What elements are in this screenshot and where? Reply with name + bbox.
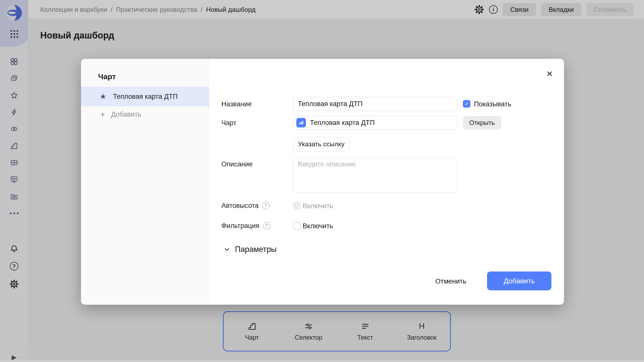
add-button[interactable]: Добавить bbox=[487, 272, 551, 290]
parameters-section-toggle[interactable]: Параметры bbox=[223, 245, 276, 254]
autoheight-label: Автовысота ? bbox=[221, 202, 270, 209]
specify-link-button[interactable]: Указать ссылку bbox=[293, 137, 349, 151]
name-input[interactable] bbox=[293, 97, 457, 111]
list-item-selected[interactable]: ★ Тепловая карта ДТП bbox=[81, 87, 209, 106]
filtering-label: Фильтрация ? bbox=[221, 222, 270, 230]
autoheight-checkbox[interactable] bbox=[293, 202, 301, 209]
filtering-checkbox[interactable] bbox=[293, 222, 301, 230]
plus-icon: + bbox=[100, 110, 105, 119]
chart-label: Чарт bbox=[221, 119, 236, 127]
screen: Коллекции и воркбуки / Практические руко… bbox=[0, 0, 644, 362]
close-icon[interactable]: ✕ bbox=[546, 70, 553, 78]
add-item-button[interactable]: + Добавить bbox=[81, 106, 209, 122]
chart-widget-icon bbox=[296, 118, 306, 127]
question-icon[interactable]: ? bbox=[262, 202, 270, 209]
parameters-section-label: Параметры bbox=[235, 245, 276, 254]
open-button[interactable]: Открыть bbox=[463, 116, 501, 129]
name-label: Название bbox=[221, 100, 252, 108]
autoheight-checkbox-label: Включить bbox=[303, 202, 333, 210]
dialog-left-panel: Чарт ★ Тепловая карта ДТП + Добавить bbox=[81, 59, 209, 305]
star-icon: ★ bbox=[100, 93, 106, 100]
show-checkbox[interactable]: ✓ bbox=[463, 100, 470, 108]
chevron-down-icon bbox=[223, 246, 230, 253]
add-chart-dialog: Чарт ★ Тепловая карта ДТП + Добавить ✕ Н… bbox=[81, 59, 564, 305]
dialog-title: Чарт bbox=[98, 72, 116, 81]
cancel-button[interactable]: Отменить bbox=[433, 275, 468, 288]
show-checkbox-label[interactable]: Показывать bbox=[474, 100, 511, 108]
chart-select-value: Тепловая карта ДТП bbox=[310, 119, 375, 127]
list-item-label: Тепловая карта ДТП bbox=[113, 93, 178, 101]
chart-select-field[interactable]: Тепловая карта ДТП bbox=[293, 116, 457, 130]
description-textarea[interactable] bbox=[293, 157, 457, 192]
description-label: Описание bbox=[221, 160, 253, 168]
check-icon: ✓ bbox=[464, 101, 469, 107]
filtering-checkbox-label[interactable]: Включить bbox=[303, 222, 333, 230]
question-icon[interactable]: ? bbox=[263, 222, 270, 230]
add-item-label: Добавить bbox=[111, 111, 141, 118]
